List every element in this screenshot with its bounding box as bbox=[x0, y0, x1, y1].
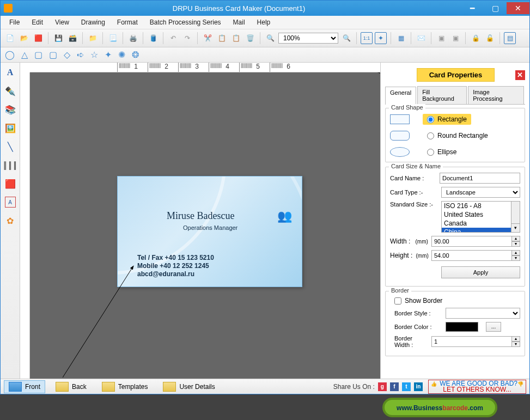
fit-page-icon[interactable]: ✦ bbox=[375, 32, 387, 44]
page-footer: www.Businessbarcode.com bbox=[0, 394, 530, 420]
maximize-button[interactable]: ▢ bbox=[484, 2, 507, 14]
rounded-tool-icon[interactable]: ▢ bbox=[49, 50, 57, 60]
feedback-badge[interactable]: 👍 WE ARE GOOD OR BAD?👎LET OTHERS KNOW... bbox=[428, 380, 526, 394]
star-tool-icon[interactable]: ☆ bbox=[90, 50, 98, 60]
footer-url-badge[interactable]: www.Businessbarcode.com bbox=[382, 398, 497, 417]
unlock-icon[interactable]: 🔓 bbox=[484, 32, 496, 44]
standard-size-list[interactable]: ISO 216 - A8 United States Canada China … bbox=[441, 201, 520, 233]
people-icon: 👥 bbox=[277, 209, 292, 223]
page-icon[interactable]: 📃 bbox=[107, 32, 119, 44]
layer-back-icon[interactable]: ▣ bbox=[449, 32, 461, 44]
mail-icon[interactable]: ✉️ bbox=[415, 32, 427, 44]
facebook-icon[interactable]: f bbox=[390, 382, 399, 391]
window-title: DRPU Business Card Maker (Document1) bbox=[17, 4, 461, 13]
shape-rectangle-radio[interactable]: Rectangle bbox=[423, 114, 471, 125]
ellipse-preview-icon bbox=[390, 147, 410, 157]
lock-icon[interactable]: 🔒 bbox=[470, 32, 482, 44]
seal-tool-icon[interactable]: ❂ bbox=[132, 50, 139, 60]
color-picker-button[interactable]: ... bbox=[486, 322, 501, 332]
shape-round-rect-radio[interactable]: Round Rectangle bbox=[423, 130, 492, 141]
front-tab-button[interactable]: Front bbox=[4, 380, 45, 393]
tab-general[interactable]: General bbox=[385, 87, 416, 105]
copy-icon[interactable]: 📋 bbox=[216, 32, 228, 44]
paste-icon[interactable]: 📋 bbox=[230, 32, 242, 44]
menu-view[interactable]: View bbox=[50, 17, 75, 28]
tab-fill-background[interactable]: Fill Background bbox=[417, 86, 467, 104]
props-icon[interactable]: ▤ bbox=[504, 32, 516, 44]
horizontal-ruler: |||||||||1 |||||||||2 |||||||||3 |||||||… bbox=[30, 63, 380, 72]
back-tab-button[interactable]: Back bbox=[51, 380, 92, 393]
show-border-checkbox[interactable]: Show Border bbox=[394, 297, 442, 305]
ellipse-tool-icon[interactable]: ◯ bbox=[5, 50, 15, 60]
diamond-tool-icon[interactable]: ◇ bbox=[64, 50, 70, 60]
cut-icon[interactable]: ✂️ bbox=[202, 32, 214, 44]
delete-icon[interactable]: 🟥 bbox=[32, 32, 44, 44]
card-name-input[interactable] bbox=[440, 173, 520, 184]
new-icon[interactable]: 📄 bbox=[4, 32, 16, 44]
watermark-icon[interactable]: A bbox=[5, 197, 16, 208]
menu-drawing[interactable]: Drawing bbox=[76, 17, 111, 28]
menu-format[interactable]: Format bbox=[112, 17, 143, 28]
text-tool-icon[interactable]: A bbox=[5, 67, 16, 78]
linkedin-icon[interactable]: in bbox=[414, 382, 423, 391]
db-icon[interactable]: 🛢️ bbox=[147, 32, 159, 44]
layers-icon[interactable]: 🟥 bbox=[5, 178, 16, 189]
print-icon[interactable]: 🖨️ bbox=[127, 32, 139, 44]
menu-file[interactable]: File bbox=[4, 17, 25, 28]
pen-tool-icon[interactable]: ✒️ bbox=[5, 86, 16, 96]
border-style-select[interactable] bbox=[446, 308, 520, 319]
triangle-tool-icon[interactable]: △ bbox=[21, 50, 28, 60]
panel-close-icon[interactable]: ✕ bbox=[515, 70, 525, 80]
save-icon[interactable]: 💾 bbox=[52, 32, 64, 44]
menu-edit[interactable]: Edit bbox=[26, 17, 48, 28]
image-tool-icon[interactable]: 🖼️ bbox=[5, 123, 16, 133]
clear-icon[interactable]: 🗑️ bbox=[244, 32, 256, 44]
menu-mail[interactable]: Mail bbox=[228, 17, 251, 28]
barcode-tool-icon[interactable]: ║║║ bbox=[5, 160, 16, 171]
card-name-text: Miruse Badescue bbox=[167, 210, 234, 222]
undo-icon[interactable]: ↶ bbox=[167, 32, 179, 44]
twitter-icon[interactable]: t bbox=[402, 382, 411, 391]
apply-button[interactable]: Apply bbox=[441, 266, 520, 278]
width-stepper[interactable]: ▲▼ bbox=[431, 236, 520, 247]
business-card[interactable]: Miruse Badescue Operations Manager 👥 Tel… bbox=[117, 176, 302, 287]
list-scrollbar[interactable] bbox=[511, 202, 520, 223]
close-button[interactable]: ✕ bbox=[507, 2, 529, 14]
fit-icon[interactable]: 1:1 bbox=[361, 32, 373, 44]
menu-help[interactable]: Help bbox=[252, 17, 276, 28]
arrow-tool-icon[interactable]: ➪ bbox=[77, 50, 84, 60]
library-icon[interactable]: 📚 bbox=[5, 104, 16, 115]
share-label: Share Us On : bbox=[333, 383, 375, 391]
export-icon[interactable]: 📁 bbox=[87, 32, 99, 44]
menu-batch[interactable]: Batch Processing Series bbox=[144, 17, 227, 28]
left-toolbox: A ✒️ 📚 🖼️ ╲ ║║║ 🟥 A ✿ bbox=[1, 63, 20, 379]
zoom-select[interactable]: 100% bbox=[278, 33, 338, 44]
canvas[interactable]: Miruse Badescue Operations Manager 👥 Tel… bbox=[30, 72, 380, 379]
height-stepper[interactable]: ▲▼ bbox=[431, 250, 520, 261]
tab-image-processing[interactable]: Image Processing bbox=[468, 86, 524, 104]
line-tool-icon[interactable]: ╲ bbox=[5, 141, 16, 152]
layer-front-icon[interactable]: ▣ bbox=[435, 32, 447, 44]
open-icon[interactable]: 📂 bbox=[18, 32, 30, 44]
gplus-icon[interactable]: g bbox=[378, 382, 387, 391]
chevron-down-icon[interactable]: ▾ bbox=[511, 223, 520, 232]
zoom-out-icon[interactable]: 🔍 bbox=[340, 32, 352, 44]
user-details-button[interactable]: User Details bbox=[158, 380, 220, 393]
border-width-stepper[interactable]: ▲▼ bbox=[431, 336, 520, 347]
square-tool-icon[interactable]: ▢ bbox=[34, 50, 42, 60]
save-all-icon[interactable]: 🗃️ bbox=[66, 32, 78, 44]
rect-preview-icon bbox=[390, 114, 410, 124]
shape-ellipse-radio[interactable]: Ellipse bbox=[423, 147, 461, 157]
grid-icon[interactable]: ▦ bbox=[395, 32, 407, 44]
redo-icon[interactable]: ↷ bbox=[181, 32, 193, 44]
burst-tool-icon[interactable]: ✺ bbox=[118, 50, 125, 60]
card-type-select[interactable]: Landscape bbox=[441, 187, 520, 198]
zoom-in-icon[interactable]: 🔍 bbox=[264, 32, 276, 44]
plugin-icon[interactable]: ✿ bbox=[5, 215, 16, 226]
star4-tool-icon[interactable]: ✦ bbox=[105, 50, 112, 60]
border-color-swatch[interactable] bbox=[446, 322, 478, 332]
templates-button[interactable]: Templates bbox=[97, 380, 153, 393]
minimize-button[interactable]: ━ bbox=[461, 2, 484, 14]
card-size-group: Card Size & Name Card Name : Card Type :… bbox=[385, 167, 525, 287]
round-rect-preview-icon bbox=[390, 131, 410, 141]
